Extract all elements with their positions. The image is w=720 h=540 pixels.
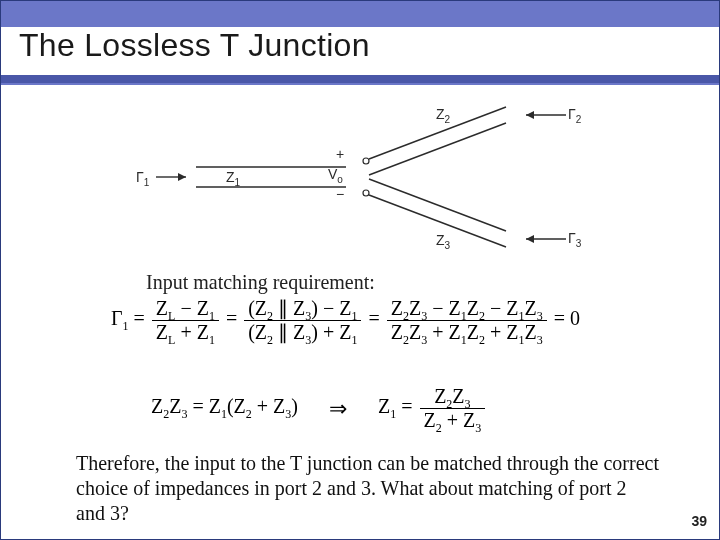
z3-label: Z3 — [436, 232, 451, 251]
vo-label: Vo — [328, 166, 343, 185]
z1-label: Z1 — [226, 169, 241, 188]
page-number: 39 — [691, 513, 707, 529]
equation-gamma1: Γ1 = ZL − Z1 ZL + Z1 = (Z2 ∥ Z3) − Z1 (Z… — [111, 297, 631, 344]
slide: The Lossless T Junction Γ1 Z1 + Vo − — [0, 0, 720, 540]
z2-label: Z2 — [436, 106, 451, 125]
title-underline-thick — [1, 75, 719, 83]
body-text: Therefore, the input to the T junction c… — [76, 451, 659, 526]
implies-arrow: ⇒ — [303, 396, 373, 422]
svg-point-4 — [363, 190, 369, 196]
svg-line-8 — [369, 179, 506, 231]
title-underline-thin — [1, 83, 719, 85]
slide-title: The Lossless T Junction — [19, 27, 370, 64]
gamma1-label: Γ1 — [136, 169, 150, 188]
gamma2-label: Γ2 — [568, 106, 582, 125]
header-band — [1, 1, 719, 27]
svg-point-3 — [363, 158, 369, 164]
t-junction-diagram: Γ1 Z1 + Vo − Z2 Γ2 Z3 Γ3 — [136, 97, 586, 257]
vo-plus: + — [336, 146, 344, 162]
svg-line-6 — [369, 123, 506, 175]
subheading: Input matching requirement: — [146, 271, 375, 294]
vo-minus: − — [336, 186, 344, 202]
equation-z-relation: Z2Z3 = Z1(Z2 + Z3) ⇒ Z1 = Z2Z3 Z2 + Z3 — [151, 385, 671, 432]
gamma3-label: Γ3 — [568, 230, 582, 249]
